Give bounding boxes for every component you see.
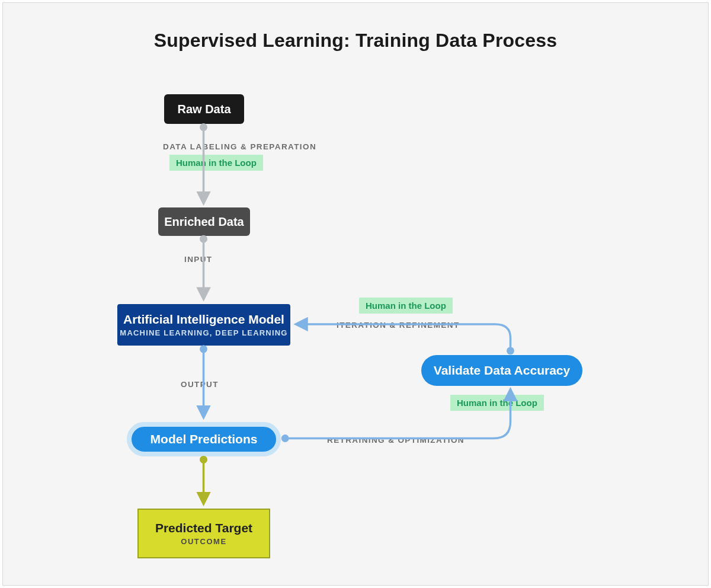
connectors-svg: [3, 3, 708, 585]
node-ai-model-subtitle: MACHINE LEARNING, DEEP LEARNING: [120, 328, 287, 337]
edge-label-retraining: RETRAINING & OPTIMIZATION: [327, 436, 465, 445]
node-model-predictions: Model Predictions: [127, 422, 281, 456]
node-model-predictions-label: Model Predictions: [150, 432, 258, 446]
node-ai-model: Artificial Intelligence Model MACHINE LE…: [117, 304, 290, 346]
node-enriched-data: Enriched Data: [158, 207, 250, 236]
diagram-frame: Supervised Learning: Training Data Proce…: [2, 2, 709, 586]
node-predicted-target: Predicted Target OUTCOME: [137, 509, 270, 558]
node-enriched-data-label: Enriched Data: [164, 215, 244, 229]
svg-point-6: [200, 456, 207, 464]
edge-label-output: OUTPUT: [181, 380, 219, 389]
svg-point-8: [281, 434, 289, 442]
badge-human-in-the-loop-2: Human in the Loop: [359, 298, 453, 314]
node-predicted-target-title: Predicted Target: [155, 521, 252, 535]
badge-human-in-the-loop-1: Human in the Loop: [169, 155, 263, 171]
svg-point-9: [507, 347, 514, 354]
badge-human-in-the-loop-3: Human in the Loop: [450, 395, 544, 411]
diagram-title: Supervised Learning: Training Data Proce…: [3, 30, 708, 52]
edge-label-input: INPUT: [184, 255, 213, 264]
edge-label-data-labeling: DATA LABELING & PREPARATION: [163, 142, 316, 151]
node-raw-data-label: Raw Data: [177, 103, 230, 116]
node-predicted-target-subtitle: OUTCOME: [181, 537, 227, 546]
node-validate-accuracy: Validate Data Accuracy: [421, 355, 582, 386]
svg-point-2: [200, 235, 207, 243]
svg-point-4: [200, 345, 207, 353]
svg-point-0: [200, 123, 207, 131]
node-validate-accuracy-label: Validate Data Accuracy: [434, 363, 570, 378]
node-raw-data: Raw Data: [164, 94, 244, 124]
edge-label-iteration: ITERATION & REFINEMENT: [337, 321, 460, 330]
node-ai-model-title: Artificial Intelligence Model: [123, 312, 284, 327]
